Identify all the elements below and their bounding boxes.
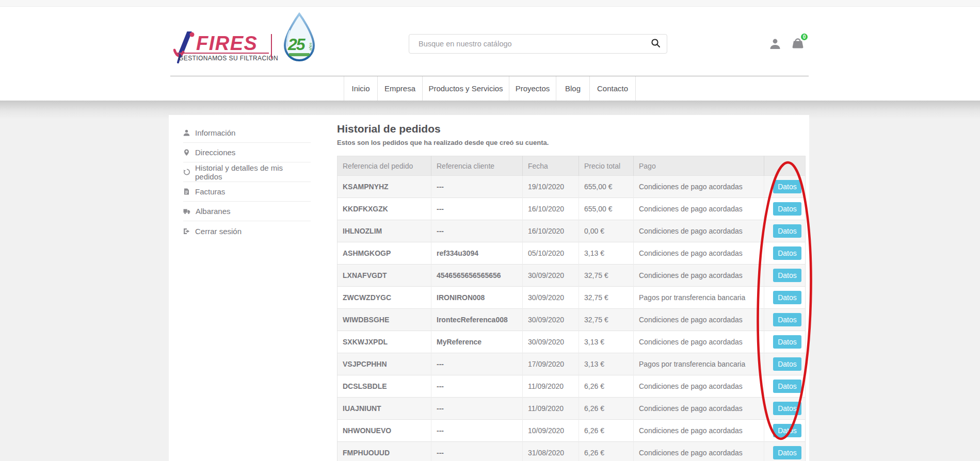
history-icon [183,169,190,175]
sidebar-item-albaranes[interactable]: Albaranes [183,202,311,221]
main-nav: Inicio Empresa Productos y Servicios Pro… [344,76,636,101]
order-actions-cell: Datos [764,420,806,442]
sidebar-item-informacion[interactable]: Información [183,123,311,143]
sidebar-item-label: Facturas [195,187,225,196]
price-cell: 655,00 € [579,198,634,220]
column-header-payment: Pago [634,156,764,176]
order-details-button[interactable]: Datos [773,357,801,371]
order-details-button[interactable]: Datos [773,446,801,459]
sidebar-item-label: Cerrar sesión [195,227,242,236]
order-details-button[interactable]: Datos [773,202,801,216]
order-reference-cell: NHWONUEVO [338,420,431,442]
date-cell: 30/09/2020 [523,287,579,309]
order-reference-cell: ZWCWZDYGC [338,287,431,309]
date-cell: 30/09/2020 [523,331,579,353]
brand-divider [271,34,272,59]
payment-cell: Pagos por transferencia bancaria [634,353,764,375]
nav-item-empresa[interactable]: Empresa [377,76,422,101]
brand-name: FIRES [196,32,258,55]
date-cell: 11/09/2020 [523,398,579,420]
price-cell: 32,75 € [579,287,634,309]
order-details-button[interactable]: Datos [773,380,801,393]
order-details-button[interactable]: Datos [773,246,801,260]
client-reference-cell: IRONIRON008 [431,287,523,309]
payment-cell: Condiciones de pago acordadas [634,198,764,220]
top-strip [0,0,980,7]
payment-cell: Condiciones de pago acordadas [634,398,764,420]
order-row: SXKWJXPDLMyReference30/09/20203,13 €Cond… [338,331,806,353]
user-icon [183,129,190,136]
column-header-total-price: Precio total [579,156,634,176]
client-reference-cell: --- [431,176,523,198]
order-row: IUAJNIUNT---11/09/20206,26 €Condiciones … [338,398,806,420]
price-cell: 6,26 € [579,420,634,442]
nav-item-contacto[interactable]: Contacto [589,76,636,101]
sidebar-item-facturas[interactable]: Facturas [183,182,311,202]
nav-item-inicio[interactable]: Inicio [344,76,377,101]
cart-button[interactable]: 0 [791,36,805,52]
order-details-button[interactable]: Datos [773,180,801,193]
search-box [409,34,667,54]
order-details-button[interactable]: Datos [773,402,801,415]
order-history-section: Historial de pedidos Estos son los pedid… [337,122,805,461]
date-cell: 16/10/2020 [523,220,579,242]
order-row: KKDFKXGZK---16/10/2020655,00 €Condicione… [338,198,806,220]
order-actions-cell: Datos [764,198,806,220]
order-actions-cell: Datos [764,398,806,420]
order-row: FMPHUOUUD---31/08/20206,26 €Condiciones … [338,442,806,461]
order-reference-cell: WIWDBSGHE [338,309,431,331]
order-actions-cell: Datos [764,176,806,198]
sidebar-item-cerrar-sesion[interactable]: Cerrar sesión [183,221,311,241]
date-cell: 19/10/2020 [523,176,579,198]
sidebar-item-label: Historial y detalles de mis pedidos [195,163,311,181]
truck-icon [183,208,190,215]
order-reference-cell: KSAMPNYHZ [338,176,431,198]
price-cell: 32,75 € [579,309,634,331]
sidebar-item-label: Información [195,128,235,137]
order-actions-cell: Datos [764,287,806,309]
date-cell: 30/09/2020 [523,309,579,331]
nav-item-blog[interactable]: Blog [556,76,589,101]
order-actions-cell: Datos [764,442,806,461]
sidebar-item-historial-pedidos[interactable]: Historial y detalles de mis pedidos [183,162,311,182]
price-cell: 655,00 € [579,176,634,198]
date-cell: 05/10/2020 [523,242,579,265]
order-row: DCSLSBDLE---11/09/20206,26 €Condiciones … [338,375,806,398]
order-reference-cell: LXNAFVGDT [338,265,431,287]
price-cell: 3,13 € [579,353,634,375]
date-cell: 11/09/2020 [523,375,579,398]
client-reference-cell: --- [431,198,523,220]
price-cell: 0,00 € [579,220,634,242]
date-cell: 16/10/2020 [523,198,579,220]
svg-text:25: 25 [287,35,306,54]
order-reference-cell: SXKWJXPDL [338,331,431,353]
order-row: ZWCWZDYGCIRONIRON00830/09/202032,75 €Pag… [338,287,806,309]
account-button[interactable] [769,38,781,52]
nav-item-proyectos[interactable]: Proyectos [509,76,556,101]
price-cell: 6,26 € [579,375,634,398]
client-reference-cell: 4546565656565656 [431,265,523,287]
order-details-button[interactable]: Datos [773,291,801,304]
order-details-button[interactable]: Datos [773,313,801,326]
search-input[interactable] [409,34,667,54]
payment-cell: Condiciones de pago acordadas [634,176,764,198]
payment-cell: Condiciones de pago acordadas [634,265,764,287]
sidebar-item-label: Direcciones [195,148,235,157]
order-details-button[interactable]: Datos [773,335,801,349]
sidebar-item-direcciones[interactable]: Direcciones [183,143,311,162]
order-details-button[interactable]: Datos [773,424,801,437]
order-details-button[interactable]: Datos [773,224,801,238]
client-reference-cell: ref334u3094 [431,242,523,265]
brand-tagline: GESTIONAMOS SU FILTRACIÓN [179,55,278,62]
map-marker-icon [183,149,190,156]
client-reference-cell: --- [431,398,523,420]
account-area: 0 [769,32,821,56]
order-row: ASHMGKOGPref334u309405/10/20203,13 €Cond… [338,242,806,265]
order-actions-cell: Datos [764,309,806,331]
payment-cell: Condiciones de pago acordadas [634,309,764,331]
order-details-button[interactable]: Datos [773,269,801,282]
order-actions-cell: Datos [764,220,806,242]
order-reference-cell: IHLNOZLIM [338,220,431,242]
nav-item-productos-y-servicios[interactable]: Productos y Servicios [422,76,509,101]
search-button[interactable] [646,36,665,52]
